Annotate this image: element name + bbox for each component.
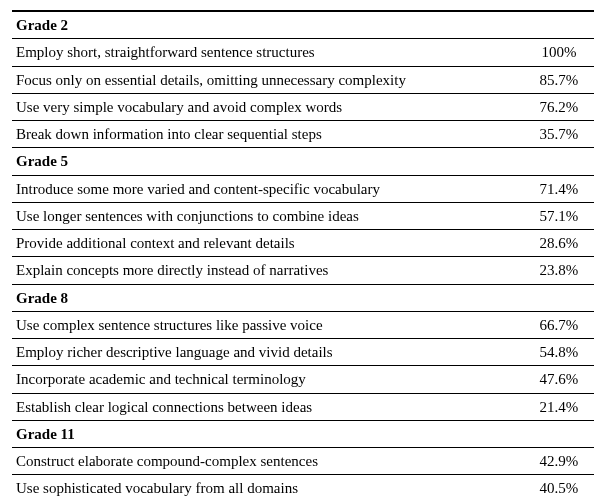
table-row: Use longer sentences with conjunctions t… (12, 202, 594, 229)
strategy-desc: Employ short, straightforward sentence s… (12, 39, 524, 66)
table-body: Grade 2 Employ short, straightforward se… (12, 11, 594, 502)
table-row: Explain concepts more directly instead o… (12, 257, 594, 284)
group-header: Grade 11 (12, 420, 594, 447)
strategy-desc: Use sophisticated vocabulary from all do… (12, 475, 524, 502)
strategy-desc: Use very simple vocabulary and avoid com… (12, 93, 524, 120)
group-name: Grade 11 (12, 420, 594, 447)
strategy-desc: Incorporate academic and technical termi… (12, 366, 524, 393)
strategy-value: 71.4% (524, 175, 594, 202)
table-row: Incorporate academic and technical termi… (12, 366, 594, 393)
strategy-value: 23.8% (524, 257, 594, 284)
strategy-desc: Focus only on essential details, omittin… (12, 66, 524, 93)
strategy-value: 21.4% (524, 393, 594, 420)
strategy-desc: Use longer sentences with conjunctions t… (12, 202, 524, 229)
group-name: Grade 2 (12, 11, 594, 39)
strategy-value: 28.6% (524, 230, 594, 257)
table-row: Use sophisticated vocabulary from all do… (12, 475, 594, 502)
strategy-value: 57.1% (524, 202, 594, 229)
strategy-value: 76.2% (524, 93, 594, 120)
strategy-value: 40.5% (524, 475, 594, 502)
table-row: Employ short, straightforward sentence s… (12, 39, 594, 66)
strategy-value: 54.8% (524, 339, 594, 366)
strategy-desc: Explain concepts more directly instead o… (12, 257, 524, 284)
strategy-value: 42.9% (524, 448, 594, 475)
group-header: Grade 2 (12, 11, 594, 39)
table-row: Introduce some more varied and content-s… (12, 175, 594, 202)
strategy-value: 66.7% (524, 311, 594, 338)
strategy-desc: Establish clear logical connections betw… (12, 393, 524, 420)
group-name: Grade 8 (12, 284, 594, 311)
strategy-desc: Construct elaborate compound-complex sen… (12, 448, 524, 475)
strategy-desc: Use complex sentence structures like pas… (12, 311, 524, 338)
strategy-desc: Introduce some more varied and content-s… (12, 175, 524, 202)
group-header: Grade 8 (12, 284, 594, 311)
table-row: Employ richer descriptive language and v… (12, 339, 594, 366)
group-header: Grade 5 (12, 148, 594, 175)
table-row: Use very simple vocabulary and avoid com… (12, 93, 594, 120)
table-row: Provide additional context and relevant … (12, 230, 594, 257)
group-name: Grade 5 (12, 148, 594, 175)
readability-table: Grade 2 Employ short, straightforward se… (12, 10, 594, 502)
table-row: Use complex sentence structures like pas… (12, 311, 594, 338)
strategy-value: 100% (524, 39, 594, 66)
strategy-value: 47.6% (524, 366, 594, 393)
table-row: Construct elaborate compound-complex sen… (12, 448, 594, 475)
strategy-desc: Employ richer descriptive language and v… (12, 339, 524, 366)
strategy-value: 35.7% (524, 121, 594, 148)
strategy-desc: Break down information into clear sequen… (12, 121, 524, 148)
table-row: Break down information into clear sequen… (12, 121, 594, 148)
strategy-value: 85.7% (524, 66, 594, 93)
table-row: Establish clear logical connections betw… (12, 393, 594, 420)
table-row: Focus only on essential details, omittin… (12, 66, 594, 93)
strategy-desc: Provide additional context and relevant … (12, 230, 524, 257)
